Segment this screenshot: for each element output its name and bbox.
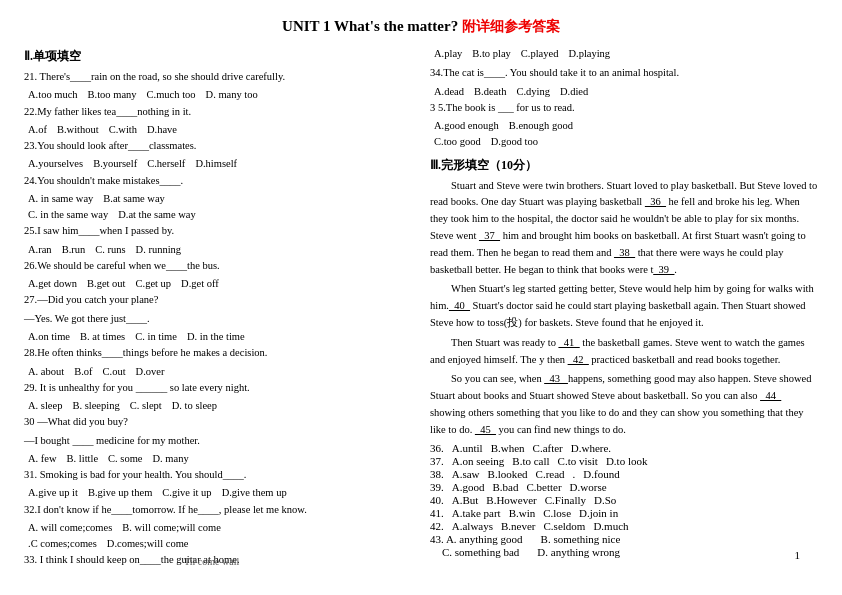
question-34: 34.The cat is____. You should take it to… (430, 65, 818, 81)
question-22: 22.My father likes tea____nothing in it. (24, 104, 412, 120)
passage-p1: Stuart and Steve were twin brothers. Stu… (430, 178, 818, 279)
options-32a: A. will come;comes B. will come;will com… (28, 520, 412, 536)
left-column: Ⅱ.单项填空 21. There's____rain on the road, … (24, 46, 412, 571)
section1-title: Ⅱ.单项填空 (24, 48, 412, 65)
right-column: A.play B.to play C.played D.playing 34.T… (430, 46, 818, 571)
answer-row-40: 40. A.But B.However C.Finally D.So (430, 494, 818, 506)
options-32b: .C comes;comes D.comes;will come (28, 536, 412, 552)
question-30b: —I bought ____ medicine for my mother. (24, 433, 412, 449)
options-24b: C. in the same way D.at the same way (28, 207, 412, 223)
options-31a: A.give up it B.give up them C.give it up… (28, 485, 412, 501)
options-25: A.ran B.run C. runs D. running (28, 242, 412, 258)
options-28: A. about B.of C.out D.over (28, 364, 412, 380)
question-27b: —Yes. We got there just____. (24, 311, 412, 327)
question-28: 28.He often thinks____things before he m… (24, 345, 412, 361)
options-27: A.on time B. at times C. in time D. in t… (28, 329, 412, 345)
question-30a: 30 —What did you buy? (24, 414, 412, 430)
unit-title: UNIT 1 What's the matter? (282, 18, 458, 34)
question-35: 3 5.The book is ___ for us to read. (430, 100, 818, 116)
options-22: A.of B.without C.with D.have (28, 122, 412, 138)
answer-label: 附详细参考答案 (462, 19, 560, 34)
page-number: 1 (795, 549, 801, 561)
answer-row-37: 37. A.on seeing B.to call C.to visit D.t… (430, 455, 818, 467)
options-30: A. few B. little C. some D. many (28, 451, 412, 467)
answer-row-43a: 43. A. anything good B. something nice (430, 533, 818, 545)
options-23: A.yourselves B.yourself C.herself D.hims… (28, 156, 412, 172)
question-27a: 27.—Did you catch your plane? (24, 292, 412, 308)
question-31: 31. Smoking is bad for your health. You … (24, 467, 412, 483)
passage-p3: Then Stuart was ready to _41_ the basket… (430, 335, 818, 369)
question-25: 25.I saw him____when I passed by. (24, 223, 412, 239)
section3-title: Ⅲ.完形填空（10分） (430, 157, 818, 174)
question-21: 21. There's____rain on the road, so she … (24, 69, 412, 85)
options-35a: A.good enough B.enough good (434, 118, 818, 134)
answer-row-42: 42. A.always B.never C.seldom D.much (430, 520, 818, 532)
options-21: A.too much B.too many C.much too D. many… (28, 87, 412, 103)
options-24a: A. in same way B.at same way (28, 191, 412, 207)
question-29: 29. It is unhealthy for you ______ so la… (24, 380, 412, 396)
options-35b: C.too good D.good too (434, 134, 818, 150)
section3: Ⅲ.完形填空（10分） Stuart and Steve were twin b… (430, 157, 818, 558)
options-34: A.dead B.death C.dying D.died (434, 84, 818, 100)
bottom-note: Til come wall (184, 556, 239, 567)
passage-p2: When Stuart's leg started getting better… (430, 281, 818, 331)
options-33: A.play B.to play C.played D.playing (434, 46, 818, 62)
question-23: 23.You should look after____classmates. (24, 138, 412, 154)
answer-row-43b: C. something bad D. anything wrong (430, 546, 818, 558)
options-26: A.get down B.get out C.get up D.get off (28, 276, 412, 292)
question-24: 24.You shouldn't make mistakes____. (24, 173, 412, 189)
question-26: 26.We should be careful when we____the b… (24, 258, 412, 274)
answer-row-41: 41. A.take part B.win C.lose D.join in (430, 507, 818, 519)
options-29: A. sleep B. sleeping C. slept D. to slee… (28, 398, 412, 414)
answer-row-36: 36. A.until B.when C.after D.where. (430, 442, 818, 454)
passage-p4: So you can see, when _43_ happens, somet… (430, 371, 818, 438)
page-title: UNIT 1 What's the matter? 附详细参考答案 (24, 18, 818, 36)
answer-row-38: 38. A.saw B.looked C.read . D.found (430, 468, 818, 480)
answer-row-39: 39. A.good B.bad C.better D.worse (430, 481, 818, 493)
question-32: 32.I don't know if he____tomorrow. If he… (24, 502, 412, 518)
